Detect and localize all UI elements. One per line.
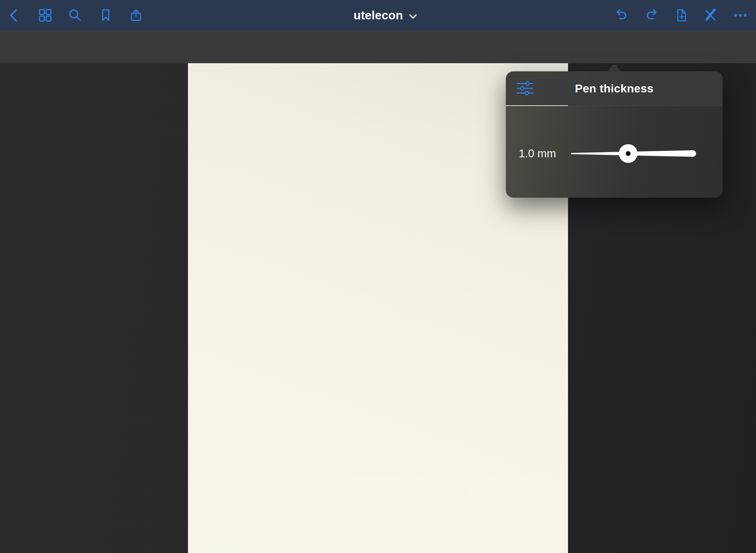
undo-icon bbox=[614, 8, 629, 23]
thickness-slider[interactable] bbox=[570, 143, 700, 164]
more-button[interactable] bbox=[733, 8, 748, 23]
bookmark-button[interactable] bbox=[98, 8, 113, 23]
popover-header: Pen thickness bbox=[506, 71, 723, 105]
share-icon bbox=[128, 8, 143, 23]
add-page-button[interactable] bbox=[674, 8, 689, 23]
document-title-button[interactable]: utelecon bbox=[354, 0, 417, 31]
add-page-icon bbox=[674, 8, 689, 23]
popover-body: 1.0 mm bbox=[506, 106, 723, 198]
goodnotes-app: utelecon bbox=[0, 0, 756, 553]
title-chevron-down-icon bbox=[409, 11, 417, 20]
share-button[interactable] bbox=[128, 8, 143, 23]
stylus-x-icon bbox=[703, 8, 718, 23]
slider-knob-dot bbox=[626, 151, 631, 156]
pen-thickness-popover: Pen thickness 1.0 mm bbox=[506, 71, 723, 198]
grid-icon bbox=[38, 8, 53, 23]
document-title: utelecon bbox=[354, 8, 403, 22]
search-icon bbox=[68, 8, 83, 23]
top-navigation-bar: utelecon bbox=[0, 0, 756, 31]
pages-overview-button[interactable] bbox=[38, 8, 53, 23]
stylus-mode-button[interactable] bbox=[703, 8, 718, 23]
search-button[interactable] bbox=[68, 8, 83, 23]
thickness-value-label: 1.0 mm bbox=[519, 147, 556, 160]
tools-bar: a bbox=[0, 31, 756, 63]
undo-button[interactable] bbox=[614, 8, 629, 23]
chevron-left-icon bbox=[7, 8, 22, 23]
popover-arrow bbox=[605, 63, 624, 72]
popover-title: Pen thickness bbox=[506, 82, 723, 95]
redo-button[interactable] bbox=[644, 8, 659, 23]
back-button[interactable] bbox=[7, 8, 22, 23]
bookmark-icon bbox=[98, 8, 113, 23]
ellipsis-icon bbox=[733, 8, 748, 23]
redo-icon bbox=[644, 8, 659, 23]
settings-sliders-icon[interactable] bbox=[517, 81, 533, 95]
